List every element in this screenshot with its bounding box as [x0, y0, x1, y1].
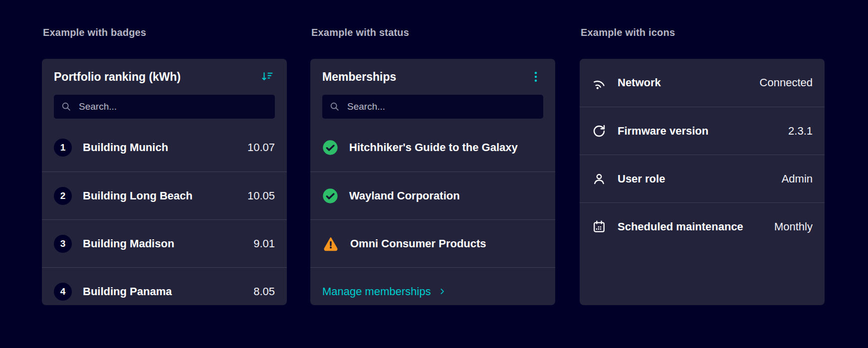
- building-value: 10.05: [247, 189, 275, 202]
- info-value: Admin: [782, 173, 813, 185]
- building-value: 8.05: [253, 285, 275, 298]
- list-item[interactable]: Hitchhiker's Guide to the Galaxy: [310, 124, 555, 172]
- search-input[interactable]: [346, 101, 536, 113]
- firmware-refresh-icon: [592, 124, 607, 139]
- card-title-memberships: Memberships: [322, 70, 396, 84]
- card-title-portfolio: Portfolio ranking (kWh): [54, 70, 181, 84]
- card-header: Memberships: [310, 59, 555, 95]
- info-label: Network: [618, 76, 749, 89]
- list-item[interactable]: Omni Consumer Products: [310, 219, 555, 267]
- sort-descending-icon: [261, 70, 274, 83]
- list-item[interactable]: 3 Building Madison 9.01: [42, 219, 287, 267]
- overflow-menu-button[interactable]: [528, 69, 543, 84]
- info-value: Monthly: [774, 220, 813, 233]
- list-item[interactable]: 1 Building Munich 10.07: [42, 124, 287, 172]
- check-circle-icon: [322, 140, 338, 156]
- membership-name: Omni Consumer Products: [350, 237, 543, 250]
- icons-section: Example with icons: [580, 27, 825, 38]
- info-label: Scheduled maintenance: [618, 220, 763, 233]
- check-circle-icon: [322, 188, 338, 204]
- manage-memberships-link[interactable]: Manage memberships: [322, 285, 446, 298]
- list-item: Firmware version 2.3.1: [580, 107, 825, 155]
- memberships-list: Hitchhiker's Guide to the Galaxy Wayland…: [310, 124, 555, 305]
- ranking-list: 1 Building Munich 10.07 2 Building Long …: [42, 124, 287, 305]
- network-icon: [592, 75, 607, 90]
- device-info-card: Network Connected Firmware version 2.3.1: [580, 59, 825, 305]
- device-info-list: Network Connected Firmware version 2.3.1: [580, 59, 825, 250]
- building-name: Building Long Beach: [83, 189, 236, 202]
- rank-badge: 1: [54, 139, 72, 157]
- search-icon: [329, 101, 340, 112]
- user-icon: [592, 172, 607, 186]
- rank-badge: 2: [54, 187, 72, 205]
- card-footer: Manage memberships: [310, 267, 555, 305]
- kebab-menu-icon: [529, 70, 542, 83]
- building-name: Building Madison: [83, 237, 242, 250]
- section-heading-badges: Example with badges: [43, 27, 287, 38]
- building-value: 10.07: [247, 141, 275, 154]
- list-item: User role Admin: [580, 155, 825, 202]
- link-label: Manage memberships: [322, 285, 431, 298]
- search-field: [54, 95, 275, 119]
- list-item: Network Connected: [580, 59, 825, 107]
- info-value: 2.3.1: [788, 125, 813, 138]
- badges-section: Example with badges: [42, 27, 287, 38]
- membership-name: Wayland Corporation: [349, 189, 543, 202]
- building-name: Building Panama: [83, 285, 242, 298]
- rank-badge: 3: [54, 235, 72, 253]
- building-name: Building Munich: [83, 141, 236, 154]
- search-icon: [61, 101, 72, 112]
- card-header: Portfolio ranking (kWh): [42, 59, 287, 95]
- rank-badge: 4: [54, 283, 72, 301]
- calendar-icon: [592, 219, 607, 234]
- section-heading-icons: Example with icons: [581, 27, 825, 38]
- info-label: User role: [618, 173, 771, 185]
- search-field: [322, 95, 543, 119]
- chevron-right-icon: [438, 287, 446, 296]
- list-item: Scheduled maintenance Monthly: [580, 202, 825, 250]
- section-heading-status: Example with status: [311, 27, 555, 38]
- info-label: Firmware version: [618, 125, 777, 138]
- membership-name: Hitchhiker's Guide to the Galaxy: [349, 141, 543, 154]
- sort-button[interactable]: [260, 69, 275, 84]
- info-value: Connected: [760, 76, 813, 89]
- warning-triangle-icon: [322, 236, 339, 252]
- page: Example with badges Portfolio ranking (k…: [0, 0, 868, 348]
- list-item[interactable]: 4 Building Panama 8.05: [42, 267, 287, 305]
- search-input[interactable]: [78, 101, 268, 113]
- list-item[interactable]: 2 Building Long Beach 10.05: [42, 172, 287, 219]
- building-value: 9.01: [253, 237, 275, 250]
- memberships-card: Memberships: [310, 59, 555, 305]
- status-section: Example with status: [310, 27, 555, 38]
- portfolio-ranking-card: Portfolio ranking (kWh) 1 B: [42, 59, 287, 305]
- list-item[interactable]: Wayland Corporation: [310, 172, 555, 219]
